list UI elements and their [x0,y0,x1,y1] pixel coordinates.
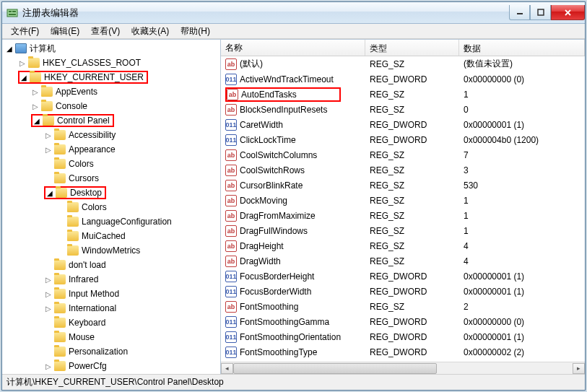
expand-icon[interactable]: ▷ [44,304,53,313]
expand-icon[interactable]: ▷ [44,289,53,298]
value-data: 2 [459,302,585,312]
string-value-icon: ab [225,210,237,222]
horizontal-scrollbar[interactable]: ◂ ▸ [221,362,585,374]
value-row[interactable]: abDragHeightREG_SZ4 [221,238,585,253]
maximize-icon [537,9,544,16]
value-row[interactable]: 011FontSmoothingGammaREG_DWORD0x00000000… [221,314,585,329]
folder-icon [67,217,79,227]
scroll-left-button[interactable]: ◂ [221,363,233,374]
collapse-icon[interactable]: ◢ [32,116,41,125]
value-row[interactable]: ab(默认)REG_SZ(数值未设置) [221,56,585,71]
value-row[interactable]: abDragFromMaximizeREG_SZ1 [221,208,585,223]
tree-node[interactable]: ▷Console [2,99,220,113]
value-row[interactable]: 011FocusBorderWidthREG_DWORD0x00000001 (… [221,284,585,299]
dword-value-icon: 011 [225,286,237,297]
tree-label: Desktop [70,188,102,198]
tree-node[interactable]: LanguageConfiguration [2,214,220,229]
menu-item[interactable]: 收藏夹(A) [126,24,175,39]
scroll-track[interactable] [233,363,573,374]
tree-node[interactable]: Cursors [2,171,220,186]
list-pane: 名称 类型 数据 ab(默认)REG_SZ(数值未设置)011ActiveWnd… [221,40,585,374]
expand-icon[interactable]: ▷ [18,58,27,67]
scroll-right-button[interactable]: ▸ [573,363,585,374]
tree-node[interactable]: ◢HKEY_CURRENT_USER [2,70,220,84]
tree-node[interactable]: don't load [2,258,220,272]
tree-node[interactable]: ▷Input Method [2,287,220,301]
tree-node[interactable]: Colors [2,157,220,171]
tree-node[interactable]: ◢Control Panel [2,113,220,128]
value-name-cell: abBlockSendInputResets [221,104,365,116]
value-type: REG_SZ [365,241,459,251]
value-name: FocusBorderWidth [240,287,311,297]
value-row[interactable]: abCoolSwitchColumnsREG_SZ7 [221,147,585,162]
value-row[interactable]: abDockMovingREG_SZ1 [221,193,585,208]
tree-node[interactable]: ▷AppEvents [2,84,220,99]
expand-icon[interactable]: ▷ [44,362,53,370]
value-row[interactable]: abBlockSendInputResetsREG_SZ0 [221,102,585,117]
tree-label: Cursors [69,173,99,183]
svg-rect-0 [7,9,17,17]
tree-pane[interactable]: ◢计算机▷HKEY_CLASSES_ROOT◢HKEY_CURRENT_USER… [2,40,221,374]
value-row[interactable]: abDragFullWindowsREG_SZ1 [221,223,585,238]
collapse-icon[interactable]: ◢ [5,44,14,53]
value-name: DragFullWindows [240,226,308,236]
collapse-icon[interactable]: ◢ [19,73,28,82]
value-row[interactable]: 011CaretWidthREG_DWORD0x00000001 (1) [221,117,585,132]
expand-icon[interactable]: ▷ [44,275,53,284]
menu-item[interactable]: 文件(F) [5,24,45,39]
folder-icon [54,289,66,299]
tree-node[interactable]: Colors [2,200,220,214]
value-row[interactable]: 011FocusBorderHeightREG_DWORD0x00000001 … [221,269,585,284]
tree-node[interactable]: Mouse [2,330,220,344]
minimize-button[interactable] [509,5,530,20]
list-body[interactable]: ab(默认)REG_SZ(数值未设置)011ActiveWndTrackTime… [221,56,585,362]
value-row[interactable]: 011FontSmoothingTypeREG_DWORD0x00000002 … [221,344,585,360]
column-header-data[interactable]: 数据 [459,40,585,56]
value-row[interactable]: abCoolSwitchRowsREG_SZ3 [221,162,585,178]
status-path: 计算机\HKEY_CURRENT_USER\Control Panel\Desk… [6,376,224,388]
menu-item[interactable]: 查看(V) [85,24,126,39]
value-row[interactable]: abFontSmoothingREG_SZ2 [221,299,585,314]
value-name-cell: 011FocusBorderHeight [221,271,365,282]
tree-node[interactable]: Personalization [2,344,220,359]
tree-node[interactable]: ▷Appearance [2,142,220,157]
string-value-icon: ab [225,195,237,206]
value-name: ClickLockTime [240,135,296,145]
tree-node[interactable]: ▷Infrared [2,272,220,287]
value-data: 0x00000001 (1) [459,120,585,130]
svg-rect-1 [9,11,12,12]
tree-node[interactable]: ◢Desktop [2,186,220,200]
tree-node[interactable]: Keyboard [2,315,220,330]
collapse-icon[interactable]: ◢ [45,188,54,197]
maximize-button[interactable] [530,5,551,20]
value-row[interactable]: 011FontSmoothingOrientationREG_DWORD0x00… [221,329,585,344]
tree-node[interactable]: ▷HKEY_CLASSES_ROOT [2,56,220,70]
column-header-type[interactable]: 类型 [365,40,459,56]
expand-icon[interactable]: ▷ [31,87,40,96]
close-button[interactable] [551,5,585,20]
menu-item[interactable]: 编辑(E) [45,24,85,39]
tree-label: Mouse [69,332,95,342]
value-row[interactable]: abCursorBlinkRateREG_SZ530 [221,178,585,193]
value-name: FontSmoothing [240,302,298,312]
tree-node[interactable]: MuiCached [2,229,220,243]
expand-icon[interactable]: ▷ [31,102,40,110]
tree-node[interactable]: ◢计算机 [2,41,220,56]
tree-node[interactable]: ▷PowerCfg [2,359,220,373]
scroll-thumb[interactable] [233,363,437,374]
expand-icon[interactable]: ▷ [44,145,53,154]
titlebar[interactable]: 注册表编辑器 [2,2,585,24]
expand-icon[interactable]: ▷ [44,131,53,139]
value-row[interactable]: 011ActiveWndTrackTimeoutREG_DWORD0x00000… [221,71,585,87]
value-row[interactable]: abAutoEndTasksREG_SZ1 [221,87,585,102]
tree-node[interactable]: WindowMetrics [2,243,220,258]
tree-node[interactable]: ▷International [2,301,220,315]
tree-node[interactable]: ▷Accessibility [2,128,220,142]
menu-item[interactable]: 帮助(H) [175,24,216,39]
value-row[interactable]: abDragWidthREG_SZ4 [221,253,585,269]
dword-value-icon: 011 [225,331,237,343]
value-name: FocusBorderHeight [240,271,314,282]
value-row[interactable]: 011ClickLockTimeREG_DWORD0x000004b0 (120… [221,132,585,147]
highlight-box: ◢Control Panel [31,114,114,127]
column-header-name[interactable]: 名称 [221,40,365,56]
